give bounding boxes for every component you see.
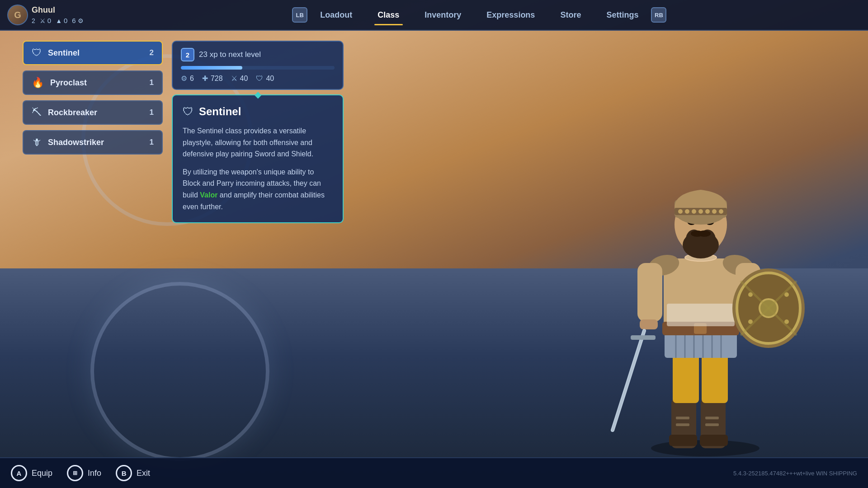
svg-line-27	[613, 331, 644, 430]
exit-label: Exit	[137, 469, 150, 478]
sentinel-icon: 🛡	[32, 47, 42, 59]
svg-rect-3	[669, 435, 697, 446]
hp-icon: ✚	[202, 74, 208, 83]
class-list: 🛡 Sentinel 2 🔥 Pyroclast 1 ⛏ Rockbreaker…	[23, 41, 163, 155]
gear-stat-val: 6	[190, 75, 194, 83]
equip-label: Equip	[32, 469, 52, 478]
valor-word: Valor	[200, 191, 217, 199]
svg-point-59	[705, 209, 710, 214]
sentinel-level: 2	[150, 48, 154, 57]
version-text: 5.4.3-252185.47482+++wt+live WIN SHIPPIN…	[733, 470, 857, 477]
attack-val: 40	[240, 75, 248, 83]
svg-point-61	[719, 209, 723, 214]
svg-point-57	[692, 209, 696, 214]
xp-header: 2 23 xp to next level	[181, 48, 335, 61]
action-equip[interactable]: A Equip	[11, 465, 52, 481]
tab-settings[interactable]: Settings	[594, 7, 651, 23]
player-name: Ghuul	[32, 5, 84, 15]
svg-rect-25	[640, 319, 658, 329]
svg-rect-24	[637, 263, 662, 322]
a-button: A	[11, 465, 27, 481]
defense-icon: 🛡	[256, 75, 263, 83]
xp-box: 2 23 xp to next level ⚙ 6 ✚ 728 ⚔ 40 🛡 4…	[172, 41, 344, 90]
desc-title-row: 🛡 Sentinel	[183, 105, 333, 118]
svg-rect-4	[700, 435, 728, 446]
desc-title: Sentinel	[199, 105, 241, 118]
action-exit[interactable]: B Exit	[116, 465, 150, 481]
stats-row: ⚙ 6 ✚ 728 ⚔ 40 🛡 40	[181, 74, 335, 83]
sword-val: 0	[47, 17, 51, 24]
class-item-rockbreaker[interactable]: ⛏ Rockbreaker 1	[23, 100, 163, 125]
svg-point-47	[698, 230, 711, 237]
pyroclast-name: Pyroclast	[50, 78, 150, 88]
tab-store[interactable]: Store	[547, 7, 594, 23]
svg-rect-21	[667, 304, 735, 326]
svg-rect-8	[705, 423, 719, 426]
desc-body2: By utilizing the weapon's unique ability…	[183, 166, 333, 212]
action-info[interactable]: ⊞ Info	[67, 465, 101, 481]
info-label: Info	[88, 469, 101, 478]
xp-text: 23 xp to next level	[199, 50, 261, 59]
center-panel: 2 23 xp to next level ⚙ 6 ✚ 728 ⚔ 40 🛡 4…	[172, 41, 344, 223]
tab-class[interactable]: Class	[365, 7, 412, 23]
player-sword-stat: ⚔ 0	[40, 17, 51, 24]
class-item-pyroclast[interactable]: 🔥 Pyroclast 1	[23, 70, 163, 95]
desc-body1: The Sentinel class provides a versatile …	[183, 125, 333, 160]
svg-rect-6	[705, 417, 719, 419]
gear-icon: ⚙	[78, 17, 84, 24]
nav-tabs: LB Loadout Class Inventory Expressions S…	[91, 7, 868, 23]
topbar: G Ghuul 2 ⚔ 0 ▲ 0 6 ⚙	[0, 0, 868, 31]
desc-class-icon: 🛡	[183, 105, 193, 118]
character-svg	[597, 141, 823, 457]
rockbreaker-level: 1	[150, 108, 154, 117]
stat-gear: ⚙ 6	[181, 74, 194, 83]
stat-hp: ✚ 728	[202, 74, 223, 83]
shadowstriker-icon: 🗡	[32, 136, 42, 148]
sword-icon: ⚔	[40, 17, 46, 24]
svg-point-56	[685, 209, 689, 214]
pyroclast-icon: 🔥	[32, 77, 44, 89]
info-button: ⊞	[67, 465, 83, 481]
stat-attack: ⚔ 40	[231, 74, 248, 83]
svg-rect-7	[676, 423, 689, 426]
gear-stat-icon: ⚙	[181, 74, 187, 83]
player-stats: 2 ⚔ 0 ▲ 0 6 ⚙	[32, 17, 84, 24]
bottombar: A Equip ⊞ Info B Exit 5.4.3-252185.47482…	[0, 457, 868, 488]
shadowstriker-name: Shadowstriker	[48, 138, 150, 147]
description-box: 🛡 Sentinel The Sentinel class provides a…	[172, 94, 344, 223]
rockbreaker-icon: ⛏	[32, 107, 42, 118]
level-icon: 2	[32, 17, 35, 24]
arrow-icon: ▲	[56, 17, 62, 24]
attack-icon: ⚔	[231, 74, 237, 83]
class-item-shadowstriker[interactable]: 🗡 Shadowstriker 1	[23, 130, 163, 155]
tab-loadout[interactable]: Loadout	[307, 7, 365, 23]
player-info: G Ghuul 2 ⚔ 0 ▲ 0 6 ⚙	[0, 5, 91, 25]
rockbreaker-name: Rockbreaker	[48, 108, 150, 117]
lb-button[interactable]: LB	[292, 7, 307, 23]
b-button: B	[116, 465, 132, 481]
pyroclast-level: 1	[150, 78, 154, 87]
svg-point-55	[678, 209, 683, 214]
level-badge: 2	[181, 48, 194, 61]
tab-inventory[interactable]: Inventory	[412, 7, 474, 23]
arrow-val: 0	[64, 17, 67, 24]
shadowstriker-level: 1	[150, 138, 154, 147]
svg-point-60	[712, 209, 717, 214]
xp-bar-fill	[181, 66, 242, 70]
svg-rect-5	[676, 417, 689, 419]
rb-button[interactable]: RB	[651, 7, 666, 23]
player-gear-stat: 6 ⚙	[72, 17, 83, 24]
player-level-stat: 2	[32, 17, 35, 24]
class-item-sentinel[interactable]: 🛡 Sentinel 2	[23, 41, 163, 65]
sentinel-name: Sentinel	[48, 48, 150, 58]
character-area	[597, 141, 823, 457]
xp-bar-container	[181, 66, 335, 70]
stat-defense: 🛡 40	[256, 75, 274, 83]
player-arrow-stat: ▲ 0	[56, 17, 67, 24]
hp-val: 728	[211, 75, 223, 83]
gear-val: 6	[72, 17, 75, 24]
defense-val: 40	[266, 75, 274, 83]
tab-expressions[interactable]: Expressions	[474, 7, 547, 23]
svg-rect-28	[631, 335, 656, 340]
svg-point-58	[698, 209, 703, 214]
